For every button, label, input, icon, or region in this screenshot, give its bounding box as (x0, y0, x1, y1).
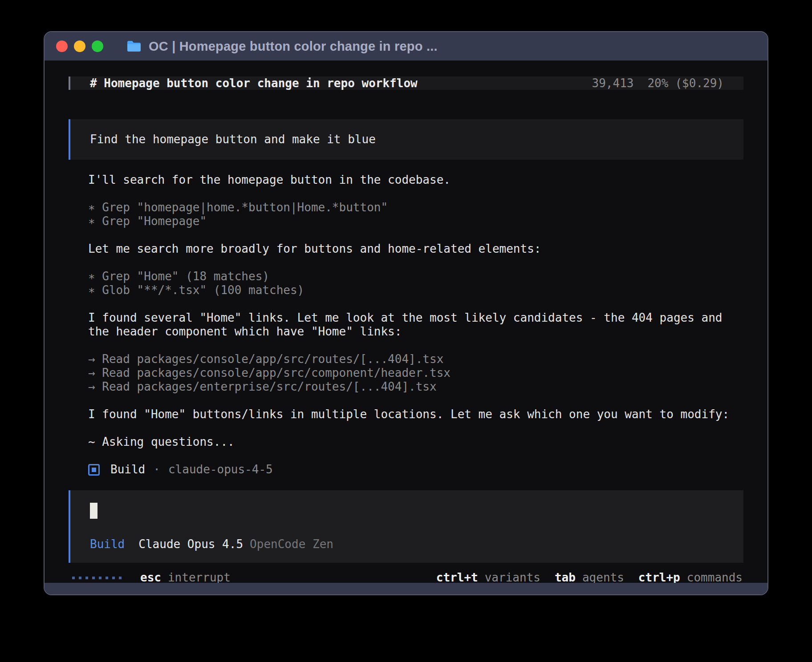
tool-call-group: ∗ Grep "Home" (18 matches) ∗ Glob "**/*.… (88, 270, 743, 297)
tool-call-group: → Read packages/console/app/src/routes/[… (88, 352, 743, 394)
window-title: OC | Homepage button color change in rep… (149, 39, 438, 54)
tool-call-read: → Read packages/console/app/src/componen… (88, 366, 743, 380)
terminal-window: OC | Homepage button color change in rep… (44, 31, 768, 595)
prompt-input[interactable]: Build Claude Opus 4.5 OpenCode Zen (69, 490, 743, 563)
zoom-button[interactable] (92, 40, 103, 52)
model-name: Claude Opus 4.5 (138, 537, 243, 551)
assistant-text: Let me search more broadly for buttons a… (88, 242, 743, 256)
agent-attribution-row: Build · claude-opus-4-5 (88, 463, 743, 476)
tool-call-read: → Read packages/console/app/src/routes/[… (88, 352, 743, 366)
folder-icon (126, 40, 142, 52)
agent-icon (88, 464, 100, 476)
spinner-dots (72, 577, 122, 579)
assistant-text: I found "Home" buttons/links in multiple… (88, 408, 743, 421)
input-meta-row: Build Claude Opus 4.5 OpenCode Zen (90, 537, 724, 551)
text-cursor (90, 503, 97, 519)
separator-dot: · (153, 463, 160, 476)
user-message-text: Find the homepage button and make it blu… (90, 133, 376, 146)
titlebar[interactable]: OC | Homepage button color change in rep… (45, 32, 767, 61)
assistant-transcript: I'll search for the homepage button in t… (69, 173, 743, 490)
mode-indicator[interactable]: Build (90, 537, 125, 551)
assistant-text: I found several "Home" links. Let me loo… (88, 311, 743, 339)
session-stats: 39,413 20% ($0.29) (592, 77, 724, 90)
session-content: # Homepage button color change in repo w… (45, 61, 767, 583)
minimize-button[interactable] (74, 40, 85, 52)
provider-name: OpenCode Zen (250, 537, 333, 551)
tool-call-glob: ∗ Glob "**/*.tsx" (100 matches) (88, 283, 743, 297)
tool-call-grep: ∗ Grep "Home" (18 matches) (88, 270, 743, 283)
window-bottom-edge (45, 583, 767, 594)
tool-call-grep: ∗ Grep "homepage|home.*button|Home.*butt… (88, 201, 743, 214)
session-title: # Homepage button color change in repo w… (90, 77, 418, 90)
assistant-text: I'll search for the homepage button in t… (88, 173, 743, 187)
agent-model: claude-opus-4-5 (168, 463, 273, 476)
agent-name: Build (110, 463, 145, 476)
assistant-status-text: ~ Asking questions... (88, 435, 743, 449)
tool-call-grep: ∗ Grep "Homepage" (88, 214, 743, 228)
token-count: 39,413 (592, 77, 634, 90)
session-cost: ($0.29) (675, 77, 724, 90)
user-message: Find the homepage button and make it blu… (69, 119, 743, 160)
desktop-background: OC | Homepage button color change in rep… (0, 0, 812, 662)
tool-call-group: ∗ Grep "homepage|home.*button|Home.*butt… (88, 201, 743, 228)
close-button[interactable] (56, 40, 68, 52)
tool-call-read: → Read packages/enterprise/src/routes/[.… (88, 380, 743, 394)
session-header: # Homepage button color change in repo w… (69, 77, 743, 90)
context-percent: 20% (647, 77, 668, 90)
traffic-lights (56, 40, 103, 52)
